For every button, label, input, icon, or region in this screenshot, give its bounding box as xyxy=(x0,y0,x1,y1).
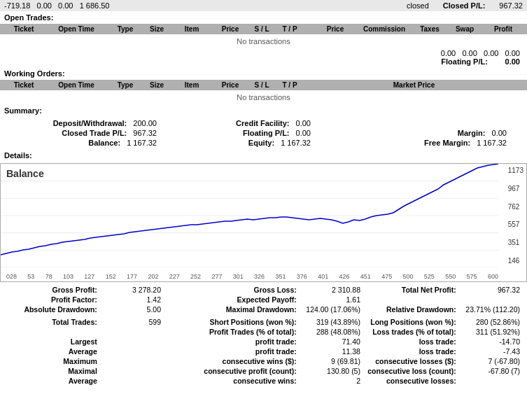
wo-col-tp: T / P xyxy=(276,81,304,89)
total-net-profit-value: 967.32 xyxy=(459,285,523,295)
x-401: 401 xyxy=(318,273,328,280)
y-967: 967 xyxy=(508,185,524,192)
x-575: 575 xyxy=(467,273,477,280)
long-positions-value: 280 (52.86%) xyxy=(459,317,523,327)
x-351: 351 xyxy=(275,273,286,280)
col-swap: Swap xyxy=(447,25,482,33)
wo-col-type: Type xyxy=(108,81,143,89)
details-title: Details: xyxy=(0,149,527,162)
maximum-consec-losses-label: consecutive losses ($): xyxy=(363,356,459,366)
closed-label: closed xyxy=(407,1,429,10)
maximum-consec-losses-value: 7 (-67.80) xyxy=(459,356,523,366)
x-475: 475 xyxy=(381,273,392,280)
wo-col-item: Item xyxy=(171,81,213,89)
x-227: 227 xyxy=(169,273,180,280)
average2-label: Average xyxy=(4,376,100,386)
margin-label: Margin: xyxy=(458,129,486,137)
largest-label: Largest xyxy=(4,337,100,346)
stats-row-5: Profit Trades (% of total): 288 (48.08%)… xyxy=(4,327,523,337)
y-146: 146 xyxy=(508,257,524,265)
col-sl: S / L xyxy=(248,25,276,33)
wo-col-market-price: Market Price xyxy=(304,81,524,89)
x-550: 550 xyxy=(445,273,456,280)
maximal-consec-loss-label: consecutive loss (count): xyxy=(363,366,459,376)
col-profit: Profit xyxy=(482,25,524,33)
total-net-profit-label: Total Net Profit: xyxy=(363,285,459,295)
relative-drawdown-label: Relative Drawdown: xyxy=(363,304,459,314)
y-762: 762 xyxy=(508,203,524,211)
largest-loss-value: -14.70 xyxy=(459,337,523,346)
x-451: 451 xyxy=(360,273,371,280)
y-557: 557 xyxy=(508,220,524,228)
wo-col-sl: S / L xyxy=(248,81,276,89)
free-margin-label: Free Margin: xyxy=(424,139,470,147)
maximal-drawdown-label: Maximal Drawdown: xyxy=(164,304,300,314)
equity-label: Equity: xyxy=(248,139,274,147)
profit-trades-value: 288 (48.08%) xyxy=(300,327,363,337)
open-trades-header: Ticket Open Time Type Size Item Price S … xyxy=(0,24,527,34)
x-202: 202 xyxy=(148,273,158,280)
col-item: Item xyxy=(171,25,213,33)
wo-col-open-time: Open Time xyxy=(45,81,108,89)
chart-x-axis: 028 53 78 103 127 152 177 202 227 252 27… xyxy=(6,273,498,280)
wo-col-ticket: Ticket xyxy=(3,81,45,89)
free-margin-row: Free Margin: 1 167.32 xyxy=(315,138,511,148)
maximum-label: Maximum xyxy=(4,356,100,366)
profit-factor-label: Profit Factor: xyxy=(4,295,100,304)
gross-profit-label: Gross Profit: xyxy=(4,285,100,295)
average-loss-value: -7.43 xyxy=(459,346,523,356)
floating-values: 0.00 0.00 0.00 0.00 xyxy=(441,49,520,57)
expected-payoff-value: 1.61 xyxy=(300,295,363,304)
floating-pl-value: 0.00 xyxy=(492,57,520,66)
x-376: 376 xyxy=(297,273,307,280)
x-53: 53 xyxy=(27,273,34,280)
col-open-time: Open Time xyxy=(45,25,108,33)
top-bar-right: closed Closed P/L: 967.32 xyxy=(407,1,523,10)
summary-title: Summary: xyxy=(0,104,527,117)
x-600: 600 xyxy=(488,273,498,280)
deposit-row: Deposit/Withdrawal: 200.00 xyxy=(7,118,161,128)
summary-grid: Deposit/Withdrawal: 200.00 Credit Facili… xyxy=(7,118,520,148)
open-trades-no-transactions: No transactions xyxy=(0,34,527,48)
stats-row-average: Average profit trade: 11.38 loss trade: … xyxy=(4,346,523,356)
summary-content: Deposit/Withdrawal: 200.00 Credit Facili… xyxy=(0,117,527,149)
col-taxes: Taxes xyxy=(412,25,447,33)
absolute-drawdown-label: Absolute Drawdown: xyxy=(4,304,100,314)
total-trades-value: 599 xyxy=(100,317,164,327)
long-positions-label: Long Positions (won %): xyxy=(363,317,459,327)
stats-row-largest: Largest profit trade: 71.40 loss trade: … xyxy=(4,337,523,346)
loss-trades-value: 311 (51.92%) xyxy=(459,327,523,337)
top-bar: -719.18 0.00 0.00 1 686.50 closed Closed… xyxy=(0,0,527,11)
total-trades-label: Total Trades: xyxy=(4,317,100,327)
average-consec-wins-label: consecutive wins: xyxy=(164,376,300,386)
closed-pl-row: Closed Trade P/L: 967.32 xyxy=(7,128,161,138)
largest-profit-label: profit trade: xyxy=(164,337,300,346)
balance-chart: Balance 1173 967 762 557 351 146 028 53 … xyxy=(0,163,527,282)
maximal-consec-profit-label: consecutive profit (count): xyxy=(164,366,300,376)
gross-loss-value: 2 310.88 xyxy=(300,285,363,295)
working-orders-title: Working Orders: xyxy=(0,67,527,80)
credit-label: Credit Facility: xyxy=(236,119,289,127)
deposit-label: Deposit/Withdrawal: xyxy=(53,119,127,127)
closed-trade-pl-value: 967.32 xyxy=(133,129,157,137)
profit-factor-value: 1.42 xyxy=(100,295,164,304)
working-orders-no-transactions: No transactions xyxy=(0,90,527,104)
average-consec-losses-value xyxy=(459,376,523,386)
loss-trades-label: Loss trades (% of total): xyxy=(363,327,459,337)
closed-trade-pl-label: Closed Trade P/L: xyxy=(62,129,127,137)
stats-table: Gross Profit: 3 278.20 Gross Loss: 2 310… xyxy=(4,285,523,386)
free-margin-value: 1 167.32 xyxy=(477,139,507,147)
balance-value: 1 167.32 xyxy=(127,139,157,147)
maximal-consec-loss-value: -67.80 (7) xyxy=(459,366,523,376)
y-351: 351 xyxy=(508,239,524,246)
balance-row: Balance: 1 167.32 xyxy=(7,138,161,148)
margin-empty xyxy=(315,118,511,128)
credit-value: 0.00 xyxy=(296,119,311,127)
x-177: 177 xyxy=(127,273,137,280)
col-price2: Price xyxy=(314,25,356,33)
relative-drawdown-value: 23.71% (112.20) xyxy=(459,304,523,314)
floating-pl-label: Floating P/L: xyxy=(441,57,488,66)
margin-value: 0.00 xyxy=(492,129,507,137)
stats-row-maximum: Maximum consecutive wins ($): 9 (69.81) … xyxy=(4,356,523,366)
profit-trades-label: Profit Trades (% of total): xyxy=(164,327,300,337)
